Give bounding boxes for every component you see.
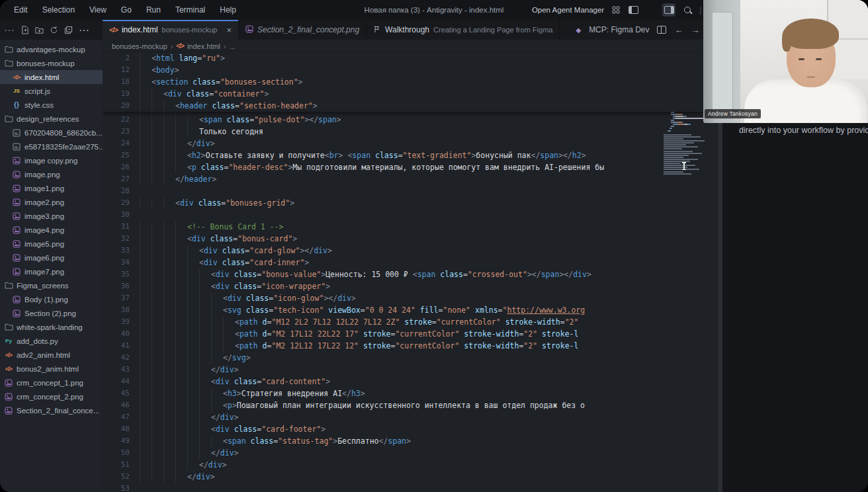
code-line-26[interactable]: 26<p class="header-desc">Мы подготовили … (103, 161, 722, 173)
code-line-32[interactable]: 32<div class="bonus-card"> (103, 233, 722, 245)
open-agent-manager-button[interactable]: Open Agent Manager (532, 6, 604, 14)
file-item-section-2-final-conce-[interactable]: Section_2_final_conce... (0, 403, 103, 417)
file-item-section-2-png[interactable]: Section (2).png (0, 306, 103, 320)
file-item-image-png[interactable]: image.png (0, 167, 103, 181)
code-lines[interactable]: 22<span class="pulse-dot"></span>23Тольк… (103, 114, 722, 492)
file-item-design-references[interactable]: design_references (0, 112, 103, 126)
code-line-40[interactable]: 40<path d="M2 17L12 22L22 17" stroke="cu… (103, 328, 722, 340)
code-line-22[interactable]: 22<span class="pulse-dot"></span> (103, 114, 722, 126)
code-line-43[interactable]: 43</div> (103, 364, 722, 376)
menu-go[interactable]: Go (115, 3, 138, 17)
file-item-image3-png[interactable]: image3.png (0, 209, 103, 223)
file-item-image6-png[interactable]: image6.png (0, 251, 103, 265)
code-line-53[interactable]: 53 (103, 483, 722, 492)
breadcrumb-symbol[interactable]: ... (230, 42, 236, 50)
code-line-38[interactable]: 38<svg class="tech-icon" viewBox="0 0 24… (103, 304, 722, 316)
split-editor-icon[interactable] (657, 26, 666, 34)
tab-index-html[interactable]: </> index.html bonuses-mockup × (103, 20, 239, 40)
code-line-27[interactable]: 27</header> (103, 173, 722, 185)
file-item-670204808-68620cb-[interactable]: 670204808_68620cb... (0, 126, 103, 140)
explorer-more-icon[interactable]: ⋯ (79, 24, 89, 36)
code-line-46[interactable]: 46<p>Пошаговый план интеграции искусстве… (103, 399, 722, 411)
code-line-37[interactable]: 37<div class="icon-glow"></div> (103, 292, 722, 304)
code-line-19[interactable]: 19<div class="container"> (103, 88, 722, 100)
code-line-49[interactable]: 49<span class="status-tag">Бесплатно</sp… (103, 435, 722, 447)
menu-run[interactable]: Run (140, 3, 167, 17)
refresh-icon[interactable] (50, 26, 58, 34)
nav-back-icon[interactable]: ← (674, 25, 683, 35)
code-line-25[interactable]: 25<h2>Оставьте заявку и получите<br> <sp… (103, 149, 722, 161)
sticky-scroll[interactable]: 2<html lang="ru">12<body>18<section clas… (103, 52, 722, 112)
new-file-icon[interactable] (21, 26, 29, 34)
menu-help[interactable]: Help (214, 3, 242, 17)
code-line-50[interactable]: 50</div> (103, 447, 722, 459)
new-folder-icon[interactable] (35, 26, 44, 34)
file-item-index-html[interactable]: </>index.html (0, 70, 103, 84)
nav-forward-icon[interactable]: → (691, 25, 699, 35)
code-line-12[interactable]: 12<body> (103, 64, 722, 76)
file-item-add-dots-py[interactable]: Pyadd_dots.py (0, 334, 103, 348)
code-line-45[interactable]: 45<h3>Стратегия внедрения AI</h3> (103, 388, 722, 399)
code-line-18[interactable]: 18<section class="bonuses-section"> (103, 76, 722, 88)
search-icon[interactable] (682, 5, 693, 15)
file-item-image1-png[interactable]: image1.png (0, 181, 103, 195)
file-item-script-js[interactable]: JSscript.js (0, 84, 103, 98)
file-item-white-spark-landing[interactable]: white-spark-landing (0, 320, 103, 334)
code-line-36[interactable]: 36<div class="icon-wrapper"> (103, 280, 722, 292)
code-area[interactable]: 2<html lang="ru">12<body>18<section clas… (103, 52, 722, 492)
code-line-23[interactable]: 23Только сегодня (103, 126, 722, 138)
code-editor[interactable]: bonuses-mockup › </> index.html › ... 2<… (103, 40, 722, 492)
file-item-adv2-anim-html[interactable]: </>adv2_anim.html (0, 348, 103, 362)
file-item-crm-concept-1-png[interactable]: crm_concept_1.png (0, 376, 103, 390)
collapse-folders-icon[interactable] (64, 26, 73, 34)
file-item-image-copy-png[interactable]: image copy.png (0, 153, 103, 167)
code-line-30[interactable]: 30 (103, 209, 722, 221)
file-item-body-1-png[interactable]: Body (1).png (0, 292, 103, 306)
file-item-bonus2-anim-html[interactable]: </>bonus2_anim.html (0, 362, 103, 376)
tab-section-png[interactable]: Section_2_final_concept.png (239, 20, 367, 40)
breadcrumb[interactable]: bonuses-mockup › </> index.html › ... (103, 40, 722, 52)
agent-grid-icon[interactable] (611, 5, 621, 15)
code-line-33[interactable]: 33<div class="card-glow"></div> (103, 245, 722, 257)
file-item-image5-png[interactable]: image5.png (0, 237, 103, 251)
indent-guides (140, 233, 187, 245)
file-item-advantages-mockup[interactable]: advantages-mockup (0, 42, 103, 56)
file-item-bonuses-mockup[interactable]: bonuses-mockup (0, 56, 103, 70)
code-line-34[interactable]: 34<div class="card-inner"> (103, 257, 722, 268)
breadcrumb-file[interactable]: index.html (187, 42, 220, 50)
toggle-left-sidebar-icon[interactable] (628, 5, 638, 15)
more-icon[interactable]: ⋯ (4, 24, 15, 36)
file-item-e58718325fe2aae275-[interactable]: e58718325fe2aae275... (0, 140, 103, 153)
code-line-29[interactable]: 29<div class="bonuses-grid"> (103, 197, 722, 209)
code-line-35[interactable]: 35<div class="bonus-value">Ценность: 15 … (103, 268, 722, 280)
menu-terminal[interactable]: Terminal (169, 3, 211, 17)
tab-walkthrough[interactable]: Walkthrough Creating a Landing Page from… (367, 20, 560, 40)
breadcrumb-folder[interactable]: bonuses-mockup (112, 42, 167, 50)
code-line-52[interactable]: 52</div> (103, 471, 722, 483)
file-item-crm-concept-2-png[interactable]: crm_concept_2.png (0, 390, 103, 403)
code-line-39[interactable]: 39<path d="M12 2L2 7L12 12L22 7L12 2Z" s… (103, 316, 722, 328)
code-line-47[interactable]: 47</div> (103, 411, 722, 423)
file-item-image2-png[interactable]: image2.png (0, 195, 103, 209)
toggle-right-sidebar-icon[interactable] (662, 3, 675, 17)
code-line-42[interactable]: 42</svg> (103, 352, 722, 364)
file-item-image7-png[interactable]: image7.png (0, 265, 103, 278)
menu-view[interactable]: View (83, 3, 112, 17)
code-line-41[interactable]: 41<path d="M2 12L12 17L22 12" stroke="cu… (103, 340, 722, 352)
code-line-2[interactable]: 2<html lang="ru"> (103, 52, 722, 64)
file-item-style-css[interactable]: {}style.css (0, 98, 103, 112)
close-tab-icon[interactable]: × (226, 25, 232, 35)
file-item-figma-screens[interactable]: Figma_screens (0, 278, 103, 292)
code-line-28[interactable]: 28 (103, 185, 722, 197)
code-line-44[interactable]: 44<div class="card-content"> (103, 376, 722, 388)
code-line-20[interactable]: 20<header class="section-header"> (103, 100, 722, 112)
code-line-51[interactable]: 51</div> (103, 459, 722, 471)
code-line-48[interactable]: 48<div class="card-footer"> (103, 423, 722, 435)
toggle-bottom-panel-icon[interactable] (645, 5, 656, 15)
code-line-24[interactable]: 24</div> (103, 138, 722, 149)
mcp-label[interactable]: MCP: Figma Dev (589, 25, 649, 34)
code-line-31[interactable]: 31<!-- Bonus Card 1 --> (103, 221, 722, 233)
menu-selection[interactable]: Selection (36, 3, 81, 17)
menu-edit[interactable]: Edit (8, 3, 34, 17)
file-item-image4-png[interactable]: image4.png (0, 223, 103, 237)
